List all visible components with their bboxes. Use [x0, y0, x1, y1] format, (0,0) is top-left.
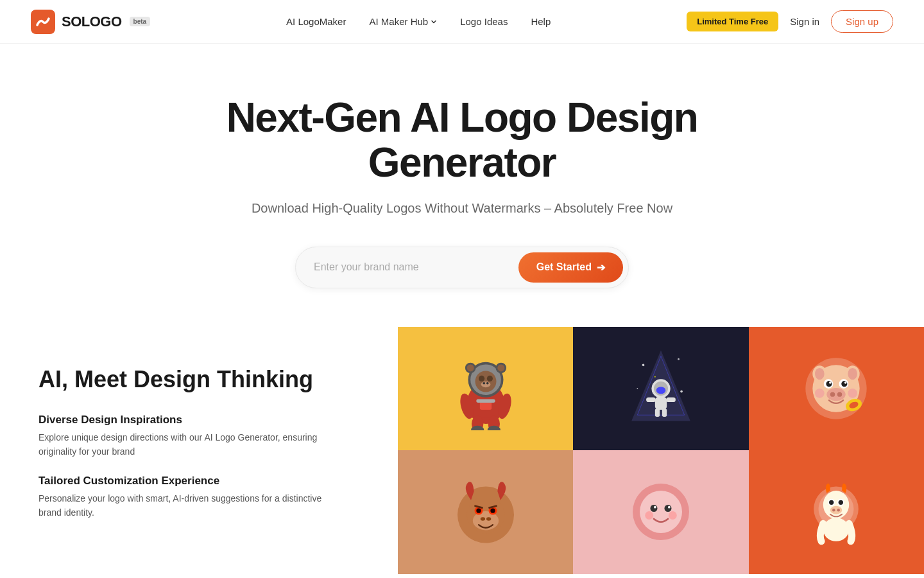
nav-links: AI LogoMaker AI Maker Hub Logo Ideas Hel… [286, 16, 551, 27]
brand-name-search-bar: Get Started ➔ [295, 247, 629, 288]
svg-point-10 [486, 382, 489, 385]
brand-name: SOLOGO [62, 13, 122, 30]
sign-in-link[interactable]: Sign in [790, 16, 819, 27]
svg-point-32 [656, 387, 666, 394]
logo-gallery [398, 327, 924, 574]
svg-rect-34 [646, 398, 656, 402]
svg-point-27 [680, 390, 683, 393]
svg-point-71 [668, 506, 671, 509]
svg-point-6 [479, 376, 484, 381]
bear-astronaut-illustration [450, 347, 521, 430]
svg-point-81 [830, 506, 842, 514]
svg-point-80 [839, 500, 843, 505]
svg-point-84 [823, 518, 849, 542]
feature-tailored-customization: Tailored Customization Experience Person… [38, 475, 359, 520]
svg-point-25 [678, 358, 680, 360]
brand-logo-icon[interactable] [31, 10, 55, 34]
gallery-card-bear-astronaut [398, 327, 573, 450]
svg-point-68 [650, 505, 657, 512]
svg-rect-33 [655, 397, 667, 410]
nav-ai-maker-hub[interactable]: AI Maker Hub [369, 16, 437, 27]
svg-point-46 [826, 381, 832, 387]
extra-illustration [801, 477, 871, 547]
svg-point-52 [837, 392, 842, 396]
features-section: AI, Meet Design Thinking Diverse Design … [0, 327, 924, 574]
svg-point-51 [830, 392, 835, 396]
nav-logo-ideas[interactable]: Logo Ideas [460, 16, 508, 27]
svg-point-26 [637, 388, 638, 389]
svg-rect-35 [666, 398, 676, 402]
svg-point-48 [829, 381, 832, 384]
svg-point-50 [827, 388, 846, 401]
svg-point-69 [664, 505, 671, 512]
svg-point-65 [486, 518, 491, 521]
svg-point-47 [842, 381, 848, 387]
hero-title: Next-Gen AI Logo Design Generator [205, 95, 719, 186]
svg-point-8 [481, 381, 490, 387]
limited-time-button[interactable]: Limited Time Free [687, 12, 778, 31]
svg-point-42 [815, 368, 825, 380]
svg-point-83 [837, 509, 841, 512]
svg-point-73 [669, 511, 677, 520]
feature-diverse-design: Diverse Design Inspirations Explore uniq… [38, 414, 359, 459]
nav-actions: Limited Time Free Sign in Sign up [687, 10, 893, 33]
svg-point-70 [654, 506, 656, 509]
svg-point-76 [823, 491, 849, 519]
chevron-down-icon [431, 19, 437, 25]
hero-subtitle: Download High-Quality Logos Without Wate… [252, 201, 672, 216]
hero-section: Next-Gen AI Logo Design Generator Downlo… [0, 44, 924, 327]
svg-point-28 [654, 376, 656, 378]
svg-rect-37 [662, 408, 667, 417]
bull-illustration [450, 477, 521, 547]
feature-diverse-design-title: Diverse Design Inspirations [38, 414, 359, 426]
svg-point-82 [832, 509, 835, 512]
nav-ai-logomaker[interactable]: AI LogoMaker [286, 16, 346, 27]
logo-area: SOLOGO beta [31, 10, 150, 34]
gallery-card-bull [398, 450, 573, 574]
brand-name-input[interactable] [314, 261, 513, 273]
svg-point-79 [829, 500, 834, 505]
svg-point-64 [480, 518, 484, 521]
svg-point-24 [642, 363, 645, 366]
svg-point-53 [815, 389, 825, 398]
svg-point-49 [844, 381, 847, 384]
gallery-card-pig [749, 327, 924, 450]
sign-up-button[interactable]: Sign up [831, 10, 893, 33]
features-text: AI, Meet Design Thinking Diverse Design … [0, 327, 398, 574]
svg-point-72 [645, 511, 653, 520]
svg-point-13 [466, 364, 474, 371]
svg-point-14 [497, 364, 504, 371]
svg-point-7 [486, 376, 492, 381]
svg-point-54 [848, 389, 858, 398]
svg-rect-17 [479, 401, 491, 410]
space-letter-a-illustration [626, 347, 696, 430]
feature-diverse-design-desc: Explore unique design directions with ou… [38, 430, 346, 459]
get-started-button[interactable]: Get Started ➔ [518, 252, 623, 283]
svg-point-9 [483, 382, 485, 385]
svg-rect-18 [476, 399, 495, 403]
nav-help[interactable]: Help [531, 16, 551, 27]
gallery-card-extra [749, 450, 924, 574]
svg-point-63 [490, 509, 495, 513]
svg-point-67 [640, 491, 682, 533]
beta-badge: beta [130, 17, 151, 26]
pig-illustration [801, 353, 871, 424]
arrow-right-icon: ➔ [597, 261, 605, 274]
navbar: SOLOGO beta AI LogoMaker AI Maker Hub Lo… [0, 0, 924, 44]
svg-point-62 [476, 509, 481, 513]
svg-point-43 [848, 368, 858, 380]
gallery-card-pink [573, 450, 748, 574]
features-title: AI, Meet Design Thinking [38, 365, 359, 393]
pink-illustration [626, 477, 696, 547]
feature-tailored-customization-desc: Personalize your logo with smart, AI-dri… [38, 491, 346, 520]
gallery-card-space-a [573, 327, 748, 450]
feature-tailored-customization-title: Tailored Customization Experience [38, 475, 359, 487]
svg-rect-36 [655, 408, 660, 417]
